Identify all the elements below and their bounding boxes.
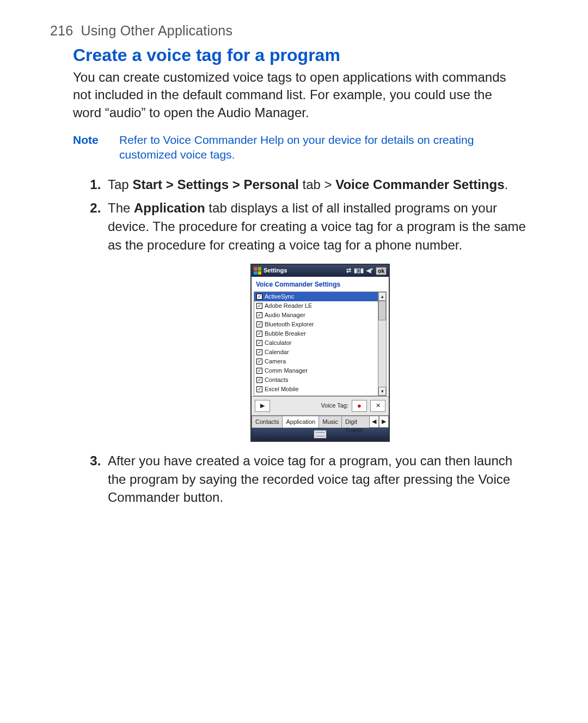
- play-button[interactable]: ▶: [255, 400, 270, 412]
- page-title: Create a voice tag for a program: [73, 45, 539, 65]
- list-item[interactable]: ✓Camera: [254, 357, 378, 366]
- list-item[interactable]: ✓Calculator: [254, 338, 378, 348]
- pda-screen: Settings ⇄ ▮▯▮ ◀ᐩ ok Voice Commander Set…: [250, 264, 390, 442]
- list-item[interactable]: ✓Comm Manager: [254, 366, 378, 375]
- intro-paragraph: You can create customized voice tags to …: [73, 69, 519, 121]
- record-icon: ●: [357, 401, 362, 411]
- device-screenshot: Settings ⇄ ▮▯▮ ◀ᐩ ok Voice Commander Set…: [108, 264, 532, 442]
- page-header: 216 Using Other Applications: [50, 23, 539, 39]
- list-item[interactable]: ✓Bubble Breaker: [254, 329, 378, 338]
- step-3: After you have created a voice tag for a…: [105, 452, 532, 507]
- status-area: ⇄ ▮▯▮ ◀ᐩ ok: [346, 266, 387, 275]
- checkbox-icon[interactable]: ✓: [256, 321, 262, 327]
- record-button[interactable]: ●: [352, 400, 367, 412]
- list-item[interactable]: ✓ActiveSync: [254, 292, 378, 301]
- note-block: Note Refer to Voice Commander Help on yo…: [73, 132, 498, 162]
- tab-digit-training[interactable]: Digit Trainin: [341, 416, 370, 428]
- checkbox-icon[interactable]: ✓: [256, 312, 262, 318]
- windows-logo-icon: [254, 267, 261, 275]
- voice-tag-label: Voice Tag:: [321, 402, 348, 410]
- checkbox-icon[interactable]: ✓: [256, 377, 262, 383]
- ok-button[interactable]: ok: [376, 267, 387, 275]
- checkbox-icon[interactable]: ✓: [256, 303, 262, 309]
- scroll-up-button[interactable]: ▴: [378, 292, 386, 301]
- tab-contacts[interactable]: Contacts: [252, 416, 283, 428]
- note-text: Refer to Voice Commander Help on your de…: [119, 132, 498, 162]
- voice-tag-toolbar: ▶ Voice Tag: ● ✕: [252, 396, 389, 415]
- steps-list: Tap Start > Settings > Personal tab > Vo…: [73, 175, 539, 507]
- note-label: Note: [73, 132, 119, 162]
- titlebar-text: Settings: [264, 266, 287, 275]
- list-column: ✓ActiveSync ✓Adobe Reader LE ✓Audio Mana…: [254, 292, 378, 396]
- tab-music[interactable]: Music: [318, 416, 342, 428]
- scroll-down-button[interactable]: ▾: [378, 387, 386, 396]
- scrollbar[interactable]: ▴ ▾: [378, 292, 386, 396]
- bottom-bar: [252, 428, 389, 441]
- list-item[interactable]: ✓Contacts: [254, 375, 378, 385]
- delete-button[interactable]: ✕: [370, 400, 385, 412]
- settings-subheader: Voice Commander Settings: [252, 277, 389, 290]
- page-number: 216: [50, 23, 73, 38]
- tab-scroll-left-button[interactable]: ◀: [369, 416, 379, 428]
- list-item[interactable]: ✓Excel Mobile: [254, 385, 378, 394]
- document-page: 216 Using Other Applications Create a vo…: [0, 0, 588, 723]
- checkbox-icon[interactable]: ✓: [256, 340, 262, 346]
- volume-icon: ◀ᐩ: [366, 266, 373, 275]
- list-item[interactable]: ✓Calendar: [254, 348, 378, 357]
- tab-scroll-right-button[interactable]: ▶: [379, 416, 389, 428]
- checkbox-icon[interactable]: ✓: [256, 386, 262, 392]
- checkbox-icon[interactable]: ✓: [256, 368, 262, 374]
- list-item[interactable]: ✓Audio Manager: [254, 311, 378, 320]
- signal-icon: ▮▯▮: [354, 266, 364, 275]
- checkbox-icon[interactable]: ✓: [256, 294, 262, 300]
- tab-application[interactable]: Application: [282, 416, 319, 428]
- checkbox-icon[interactable]: ✓: [256, 359, 262, 364]
- step-1: Tap Start > Settings > Personal tab > Vo…: [105, 175, 532, 194]
- list-item[interactable]: ✓Bluetooth Explorer: [254, 320, 378, 329]
- list-item[interactable]: ✓Adobe Reader LE: [254, 301, 378, 311]
- tab-bar: Contacts Application Music Digit Trainin…: [252, 415, 389, 428]
- titlebar: Settings ⇄ ▮▯▮ ◀ᐩ ok: [252, 265, 389, 277]
- checkbox-icon[interactable]: ✓: [256, 331, 262, 337]
- sync-icon: ⇄: [346, 266, 351, 275]
- scroll-thumb[interactable]: [378, 301, 386, 320]
- section-title: Using Other Applications: [81, 23, 233, 38]
- checkbox-icon[interactable]: ✓: [256, 349, 262, 355]
- keyboard-icon[interactable]: [314, 430, 327, 439]
- application-list: ✓ActiveSync ✓Adobe Reader LE ✓Audio Mana…: [254, 291, 387, 396]
- step-2: The Application tab displays a list of a…: [105, 199, 532, 442]
